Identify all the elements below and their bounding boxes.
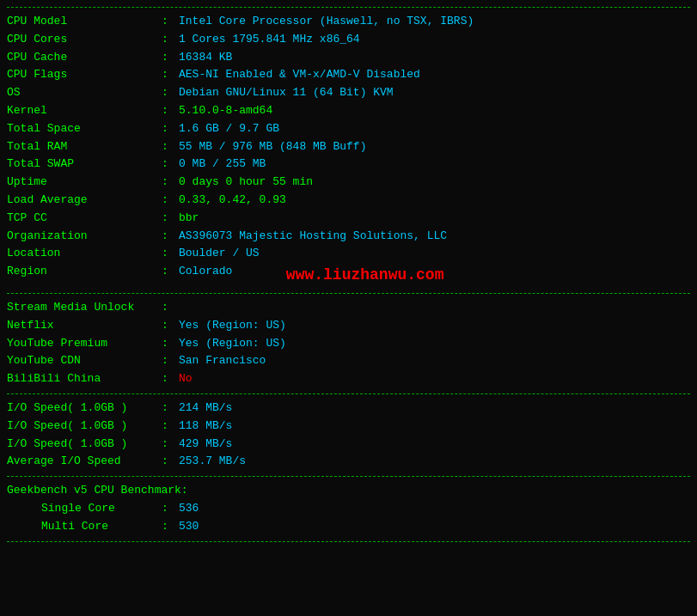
uptime-value: 0 days 0 hour 55 min <box>179 174 313 192</box>
os-label: OS <box>7 84 162 102</box>
geekbench-multi-value: 530 <box>179 518 199 536</box>
region-colon: : <box>162 263 175 288</box>
table-row: Kernel : 5.10.0-8-amd64 <box>7 102 690 120</box>
youtube-premium-label: YouTube Premium <box>7 335 162 353</box>
youtube-premium-value: Yes (Region: US) <box>179 335 286 353</box>
divider-3 <box>7 476 690 477</box>
tcp-cc-label: TCP CC <box>7 210 162 228</box>
avg-io-speed-colon: : <box>162 453 175 471</box>
youtube-cdn-value: San Francisco <box>179 352 266 370</box>
location-value: Boulder / US <box>179 245 260 263</box>
system-info-section: CPU Model : Intel Core Processor (Haswel… <box>7 11 690 290</box>
total-swap-value: 0 MB / 255 MB <box>179 156 266 174</box>
geekbench-single-colon: : <box>162 500 175 518</box>
avg-io-speed-value: 253.7 MB/s <box>179 453 246 471</box>
bilibili-label: BiliBili China <box>7 370 162 388</box>
youtube-cdn-label: YouTube CDN <box>7 352 162 370</box>
avg-io-speed-label: Average I/O Speed <box>7 453 162 471</box>
total-swap-colon: : <box>162 156 175 174</box>
table-row: Uptime : 0 days 0 hour 55 min <box>7 174 690 192</box>
cpu-model-colon: : <box>162 13 175 31</box>
netflix-value: Yes (Region: US) <box>179 317 286 335</box>
table-row: I/O Speed( 1.0GB ) : 118 MB/s <box>7 418 690 436</box>
table-row: Location : Boulder / US <box>7 245 690 263</box>
table-row: CPU Model : Intel Core Processor (Haswel… <box>7 13 690 31</box>
uptime-label: Uptime <box>7 174 162 192</box>
load-average-value: 0.33, 0.42, 0.93 <box>179 192 286 210</box>
table-row: Average I/O Speed : 253.7 MB/s <box>7 453 690 471</box>
organization-label: Organization <box>7 228 162 246</box>
io-speed-3-colon: : <box>162 436 175 454</box>
geekbench-single-row: Single Core : 536 <box>7 500 690 518</box>
stream-media-section: Stream Media Unlock : Netflix : Yes (Reg… <box>7 297 690 390</box>
table-row: BiliBili China : No <box>7 370 690 388</box>
youtube-cdn-colon: : <box>162 352 175 370</box>
cpu-cache-value: 16384 KB <box>179 49 232 67</box>
geekbench-multi-colon: : <box>162 518 175 536</box>
table-row: TCP CC : bbr <box>7 210 690 228</box>
geekbench-multi-label: Multi Core <box>7 518 162 536</box>
total-ram-value: 55 MB / 976 MB (848 MB Buff) <box>179 138 366 156</box>
total-ram-colon: : <box>162 138 175 156</box>
load-average-label: Load Average <box>7 192 162 210</box>
io-speed-2-value: 118 MB/s <box>179 418 232 436</box>
table-row: Netflix : Yes (Region: US) <box>7 317 690 335</box>
location-label: Location <box>7 245 162 263</box>
bilibili-colon: : <box>162 370 175 388</box>
stream-title-colon: : <box>162 299 175 317</box>
io-speed-1-label: I/O Speed( 1.0GB ) <box>7 399 162 418</box>
table-row: OS : Debian GNU/Linux 11 (64 Bit) KVM <box>7 84 690 102</box>
bottom-divider <box>7 541 690 542</box>
divider-2 <box>7 393 690 394</box>
organization-colon: : <box>162 228 175 246</box>
table-row: I/O Speed( 1.0GB ) : 429 MB/s <box>7 436 690 454</box>
kernel-colon: : <box>162 102 175 120</box>
uptime-colon: : <box>162 174 175 192</box>
netflix-colon: : <box>162 317 175 335</box>
youtube-premium-colon: : <box>162 335 175 353</box>
location-colon: : <box>162 245 175 263</box>
kernel-label: Kernel <box>7 102 162 120</box>
geekbench-single-label: Single Core <box>7 500 162 518</box>
cpu-cache-colon: : <box>162 49 175 67</box>
table-row: YouTube CDN : San Francisco <box>7 352 690 370</box>
table-row: CPU Flags : AES-NI Enabled & VM-x/AMD-V … <box>7 66 690 84</box>
geekbench-section: Geekbench v5 CPU Benchmark: Single Core … <box>7 480 690 537</box>
geekbench-single-value: 536 <box>179 500 199 518</box>
io-speed-1-value: 214 MB/s <box>179 399 232 418</box>
table-row: Total SWAP : 0 MB / 255 MB <box>7 156 690 174</box>
table-row: CPU Cores : 1 Cores 1795.841 MHz x86_64 <box>7 31 690 49</box>
table-row: Region : Colorado www.liuzhanwu.com <box>7 263 690 288</box>
io-speed-2-colon: : <box>162 418 175 436</box>
organization-value: AS396073 Majestic Hosting Solutions, LLC <box>179 228 447 246</box>
divider-1 <box>7 293 690 294</box>
stream-title-label: Stream Media Unlock <box>7 299 162 317</box>
io-speed-3-value: 429 MB/s <box>179 436 232 454</box>
top-divider <box>7 7 690 8</box>
tcp-cc-colon: : <box>162 210 175 228</box>
table-row: Organization : AS396073 Majestic Hosting… <box>7 228 690 246</box>
cpu-flags-value: AES-NI Enabled & VM-x/AMD-V Disabled <box>179 66 420 84</box>
cpu-cores-label: CPU Cores <box>7 31 162 49</box>
kernel-value: 5.10.0-8-amd64 <box>179 102 272 120</box>
table-row: Total RAM : 55 MB / 976 MB (848 MB Buff) <box>7 138 690 156</box>
bilibili-value: No <box>179 370 193 388</box>
total-space-value: 1.6 GB / 9.7 GB <box>179 120 279 138</box>
io-speed-section: I/O Speed( 1.0GB ) : 214 MB/s I/O Speed(… <box>7 398 690 473</box>
watermark-text: www.liuzhanwu.com <box>286 263 444 288</box>
table-row: CPU Cache : 16384 KB <box>7 49 690 67</box>
load-average-colon: : <box>162 192 175 210</box>
geekbench-multi-row: Multi Core : 530 <box>7 518 690 536</box>
os-value: Debian GNU/Linux 11 (64 Bit) KVM <box>179 84 394 102</box>
cpu-model-value: Intel Core Processor (Haswell, no TSX, I… <box>179 13 474 31</box>
table-row: Total Space : 1.6 GB / 9.7 GB <box>7 120 690 138</box>
table-row: Load Average : 0.33, 0.42, 0.93 <box>7 192 690 210</box>
tcp-cc-value: bbr <box>179 210 199 228</box>
io-speed-3-label: I/O Speed( 1.0GB ) <box>7 436 162 454</box>
os-colon: : <box>162 84 175 102</box>
geekbench-title-row: Geekbench v5 CPU Benchmark: <box>7 482 690 500</box>
total-ram-label: Total RAM <box>7 138 162 156</box>
cpu-cores-value: 1 Cores 1795.841 MHz x86_64 <box>179 31 360 49</box>
cpu-flags-colon: : <box>162 66 175 84</box>
total-space-label: Total Space <box>7 120 162 138</box>
